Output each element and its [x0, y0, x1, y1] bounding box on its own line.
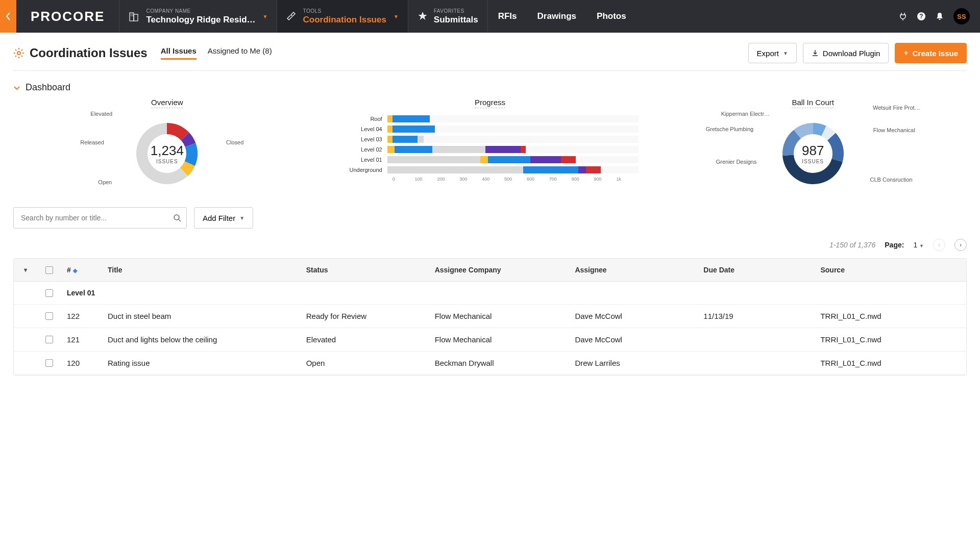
page-selector[interactable]: 1 ▼ — [913, 241, 924, 249]
legend-item: Gretsche Plumbing — [706, 126, 754, 132]
star-icon — [418, 11, 428, 21]
bar[interactable] — [387, 146, 639, 153]
bar[interactable] — [387, 166, 639, 173]
tools-value: Coordination Issues — [303, 15, 386, 25]
sort-icon[interactable]: ◆ — [73, 267, 77, 273]
cell-number: 122 — [61, 305, 102, 328]
row-checkbox[interactable] — [45, 312, 53, 320]
bell-icon[interactable] — [935, 12, 944, 21]
back-button[interactable] — [0, 0, 16, 33]
legend-item: CLB Consruction — [870, 177, 913, 183]
building-icon — [129, 11, 140, 22]
cell-assignee: Dave McCowl — [569, 328, 697, 351]
col-due[interactable]: Due Date — [697, 259, 814, 281]
tools-selector[interactable]: TOOLS Coordination Issues ▼ — [277, 0, 407, 33]
svg-rect-5 — [132, 15, 133, 16]
group-checkbox[interactable] — [45, 289, 53, 297]
dashboard-toggle[interactable]: Dashboard — [13, 82, 967, 93]
cell-company: Flow Mechanical — [429, 328, 569, 351]
wrench-icon — [286, 11, 297, 21]
plug-icon[interactable] — [898, 12, 908, 21]
legend-closed: Closed — [226, 139, 243, 145]
col-assignee[interactable]: Assignee — [569, 259, 697, 281]
cell-due: 11/13/19 — [697, 305, 814, 328]
search-input[interactable] — [19, 208, 173, 228]
svg-rect-2 — [131, 14, 132, 15]
col-title[interactable]: Title — [102, 259, 300, 281]
download-icon — [812, 49, 819, 57]
search-icon[interactable] — [173, 214, 181, 222]
legend-elevated: Elevated — [90, 111, 112, 117]
avatar[interactable]: SS — [953, 8, 970, 24]
svg-rect-3 — [132, 14, 133, 15]
favorites-value[interactable]: Submittals — [434, 15, 478, 25]
table-row[interactable]: 120 Rating issue Open Beckman Drywall Dr… — [14, 352, 966, 375]
topbar: PROCORE COMPANY NAME Technology Ridge Re… — [0, 0, 980, 33]
next-page-button[interactable]: › — [954, 239, 967, 251]
overview-chart: Overview 1,234 ISSUES Elevated Released … — [13, 98, 321, 192]
svg-text:?: ? — [919, 13, 923, 20]
row-checkbox[interactable] — [45, 336, 53, 343]
cell-status: Open — [300, 352, 429, 374]
export-button[interactable]: Export▼ — [748, 43, 797, 63]
cell-title: Duct and lights below the ceiling — [102, 328, 300, 351]
chart-title: Overview — [151, 98, 183, 108]
legend-released: Released — [80, 139, 104, 145]
svg-rect-4 — [131, 15, 132, 16]
chevron-down-icon — [13, 84, 20, 91]
progress-chart: Progress RoofLevel 04Level 03Level 02Lev… — [336, 98, 644, 192]
cell-company: Flow Mechanical — [429, 305, 569, 328]
nav-rfis[interactable]: RFIs — [488, 0, 527, 33]
col-number[interactable]: # — [67, 266, 71, 274]
company-selector[interactable]: COMPANY NAME Technology Ridge Resid… ▼ — [119, 0, 277, 33]
cell-title: Duct in steel beam — [102, 305, 300, 328]
donut-label: ISSUES — [151, 159, 184, 164]
expand-all-icon[interactable]: ▾ — [24, 266, 27, 273]
group-row[interactable]: Level 01 — [14, 282, 966, 305]
logo[interactable]: PROCORE — [16, 0, 119, 33]
bar[interactable] — [387, 126, 639, 133]
cell-number: 120 — [61, 352, 102, 374]
bar[interactable] — [387, 136, 639, 143]
bar[interactable] — [387, 156, 639, 163]
svg-point-8 — [17, 52, 20, 55]
nav-drawings[interactable]: Drawings — [527, 0, 587, 33]
tab-assigned-to-me[interactable]: Assigned to Me (8) — [208, 46, 272, 60]
bar[interactable] — [387, 115, 639, 122]
table-row[interactable]: 122 Duct in steel beam Ready for Review … — [14, 305, 966, 328]
download-plugin-button[interactable]: Download Plugin — [803, 43, 889, 63]
cell-source: TRRI_L01_C.nwd — [814, 328, 966, 351]
col-status[interactable]: Status — [300, 259, 429, 281]
col-company[interactable]: Assignee Company — [429, 259, 569, 281]
chevron-left-icon — [6, 12, 11, 20]
bar-label: Level 02 — [341, 146, 387, 153]
col-source[interactable]: Source — [814, 259, 966, 281]
bar-label: Underground — [341, 167, 387, 173]
add-filter-button[interactable]: Add Filter▼ — [194, 207, 253, 229]
chevron-down-icon: ▼ — [239, 215, 244, 221]
gear-icon — [13, 47, 24, 59]
create-issue-button[interactable]: +Create Issue — [895, 43, 967, 63]
chevron-down-icon: ▼ — [783, 51, 788, 56]
select-all-checkbox[interactable] — [45, 266, 53, 274]
table-row[interactable]: 121 Duct and lights below the ceiling El… — [14, 328, 966, 352]
chevron-down-icon: ▼ — [919, 243, 924, 248]
cell-assignee: Drew Larriles — [569, 352, 697, 374]
chevron-down-icon: ▼ — [394, 14, 399, 19]
group-label: Level 01 — [61, 282, 966, 304]
cell-number: 121 — [61, 328, 102, 351]
cell-due — [697, 356, 814, 370]
row-checkbox[interactable] — [45, 359, 53, 367]
plus-icon: + — [903, 48, 908, 58]
prev-page-button[interactable]: ‹ — [933, 239, 945, 251]
ball-in-court-chart: Ball In Court 987 ISSUES Kipperman Elect… — [659, 98, 967, 192]
page-label: Page: — [885, 241, 904, 249]
tab-all-issues[interactable]: All Issues — [161, 46, 197, 60]
nav-photos[interactable]: Photos — [586, 0, 636, 33]
legend-item: Kipperman Electr… — [721, 111, 770, 117]
page-title: Coordination Issues — [30, 46, 148, 60]
svg-point-9 — [174, 215, 179, 220]
tools-label: TOOLS — [303, 8, 386, 14]
cell-source: TRRI_L01_C.nwd — [814, 305, 966, 328]
help-icon[interactable]: ? — [917, 12, 926, 21]
